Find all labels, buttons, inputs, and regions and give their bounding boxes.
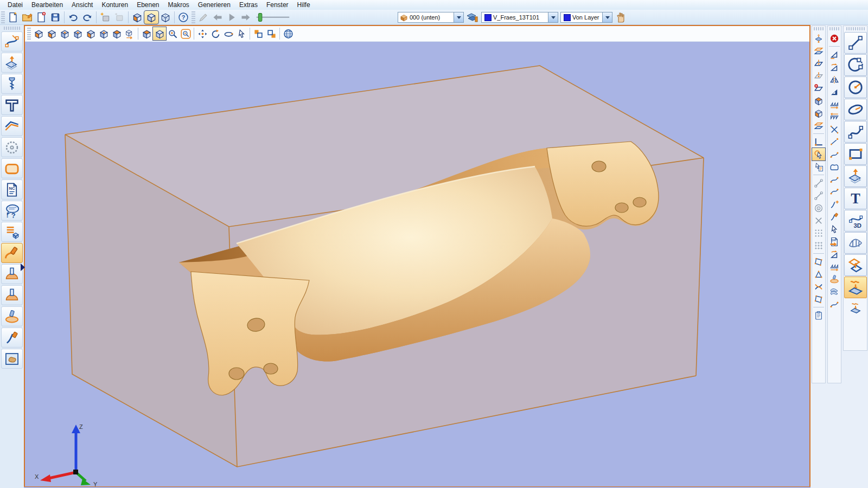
curve-nodes-button[interactable] bbox=[828, 173, 841, 185]
close-toolbox-button[interactable] bbox=[828, 32, 841, 44]
nc-program-button[interactable] bbox=[1, 179, 23, 200]
tool-ellipse-button[interactable] bbox=[828, 273, 841, 285]
view-right-button[interactable] bbox=[71, 27, 84, 40]
menu-ebenen[interactable]: Ebenen bbox=[132, 1, 163, 9]
copy-contour-button[interactable] bbox=[828, 86, 841, 98]
solid-face-button[interactable] bbox=[812, 94, 825, 107]
tool-manager-button[interactable] bbox=[1, 95, 23, 115]
fit-all-button[interactable] bbox=[282, 27, 295, 40]
view-left-button[interactable] bbox=[58, 27, 71, 40]
measure-point-button[interactable] bbox=[812, 189, 825, 202]
menu-bearbeiten[interactable]: Bearbeiten bbox=[27, 1, 67, 9]
zoom-window-button[interactable] bbox=[179, 27, 192, 40]
sheet-bend-button[interactable] bbox=[828, 285, 841, 298]
saw-blade-button[interactable] bbox=[1, 137, 23, 157]
run-simulation-button[interactable] bbox=[225, 11, 239, 24]
pick-element-button[interactable] bbox=[828, 223, 841, 235]
finishing-button[interactable] bbox=[1, 285, 23, 305]
z-level-button[interactable] bbox=[812, 32, 825, 44]
dxf-import-button[interactable] bbox=[828, 235, 841, 248]
extrude-plane-button[interactable] bbox=[844, 254, 867, 276]
menu-fenster[interactable]: Fenster bbox=[262, 1, 293, 9]
view-wireframe-button[interactable] bbox=[158, 11, 173, 24]
chevron-down-icon[interactable] bbox=[548, 12, 558, 22]
render-solid-button[interactable] bbox=[140, 27, 153, 40]
rotate-copy-button[interactable] bbox=[828, 248, 841, 260]
view-top-button[interactable] bbox=[84, 27, 97, 40]
raise-sheet-button[interactable] bbox=[844, 165, 867, 187]
extract-layer-button[interactable] bbox=[1, 53, 23, 73]
measure-circle-button[interactable] bbox=[812, 202, 825, 214]
plane-move-button[interactable] bbox=[812, 57, 825, 69]
chevron-down-icon[interactable] bbox=[602, 12, 612, 22]
point-on-line-button[interactable] bbox=[828, 136, 841, 148]
step-forward-button[interactable] bbox=[239, 11, 253, 24]
text-button[interactable] bbox=[844, 188, 867, 209]
view-bottom-button[interactable] bbox=[97, 27, 110, 40]
trim-curves-button[interactable] bbox=[812, 280, 825, 293]
plane-free-button[interactable] bbox=[812, 69, 825, 82]
end-curve-button[interactable] bbox=[828, 298, 841, 310]
point-on-curve-button[interactable] bbox=[828, 148, 841, 160]
save-button[interactable] bbox=[48, 11, 62, 24]
corner-snap-button[interactable] bbox=[812, 136, 825, 148]
engraving-3d-button[interactable] bbox=[1, 328, 23, 348]
select-button[interactable] bbox=[235, 27, 248, 40]
redo-button[interactable] bbox=[80, 11, 94, 24]
menu-datei[interactable]: Datei bbox=[3, 1, 27, 9]
plane-delete-button[interactable] bbox=[812, 82, 825, 94]
undo-button[interactable] bbox=[66, 11, 80, 24]
color-select[interactable]: Von Layer bbox=[560, 12, 612, 23]
arc-button[interactable] bbox=[844, 54, 867, 76]
view-back-button[interactable] bbox=[45, 27, 58, 40]
pocket-button[interactable] bbox=[1, 158, 23, 178]
curve-tool-button[interactable] bbox=[828, 210, 841, 223]
menu-hilfe[interactable]: Hilfe bbox=[293, 1, 315, 9]
line-button[interactable] bbox=[844, 32, 867, 54]
pocket-outline-button[interactable] bbox=[828, 160, 841, 173]
menu-generieren[interactable]: Generieren bbox=[194, 1, 235, 9]
ellipse-button[interactable] bbox=[844, 99, 867, 120]
point-grid-link-button[interactable] bbox=[812, 239, 825, 252]
add-curve-button[interactable] bbox=[828, 198, 841, 210]
bevel-cut-button[interactable] bbox=[1, 116, 23, 136]
new-window-button[interactable] bbox=[98, 11, 112, 24]
grid-window-button[interactable] bbox=[265, 27, 278, 40]
point-grid-button[interactable] bbox=[812, 227, 825, 239]
step-back-button[interactable] bbox=[210, 11, 225, 24]
scale-contour-button[interactable] bbox=[828, 48, 841, 61]
apply-attributes-icon[interactable] bbox=[615, 11, 628, 24]
delete-element-button[interactable] bbox=[828, 123, 841, 136]
roughing-button[interactable] bbox=[1, 264, 23, 284]
project-curve-button[interactable] bbox=[844, 277, 867, 298]
job-list-button[interactable] bbox=[1, 222, 23, 242]
select-info-button[interactable] bbox=[812, 160, 825, 173]
pan-button[interactable] bbox=[196, 27, 209, 40]
curve-nodes-2-button[interactable] bbox=[828, 185, 841, 198]
array-button[interactable] bbox=[828, 98, 841, 111]
tool-select[interactable]: V_Fraes_13T101 bbox=[481, 12, 558, 23]
measure-distance-button[interactable] bbox=[812, 177, 825, 189]
circle-button[interactable] bbox=[844, 76, 867, 98]
mirror-contour-button[interactable] bbox=[828, 73, 841, 86]
plane-top-button[interactable] bbox=[812, 44, 825, 57]
panel-expander-arrow[interactable] bbox=[21, 264, 25, 271]
render-shaded-button[interactable] bbox=[153, 27, 166, 40]
close-file-button[interactable] bbox=[34, 11, 48, 24]
assistant-button[interactable] bbox=[1, 201, 23, 221]
layer-select[interactable]: 000 (unten) bbox=[398, 12, 464, 23]
plane-pair-button[interactable] bbox=[812, 119, 825, 132]
speed-slider[interactable] bbox=[253, 11, 293, 24]
rotate-plane-button[interactable] bbox=[222, 27, 235, 40]
fan-array-button[interactable] bbox=[828, 260, 841, 273]
spline-button[interactable] bbox=[844, 121, 867, 143]
rectangle-button[interactable] bbox=[844, 143, 867, 165]
select-contour-button[interactable] bbox=[812, 148, 825, 160]
menu-ansicht[interactable]: Ansicht bbox=[67, 1, 97, 9]
layer-manager-icon[interactable] bbox=[466, 11, 479, 24]
surface-mesh-button[interactable] bbox=[844, 232, 867, 254]
rotate-3d-button[interactable] bbox=[209, 27, 222, 40]
rotate-view-button[interactable] bbox=[123, 27, 136, 40]
view-iso-button[interactable] bbox=[110, 27, 123, 40]
project-curve-small-button[interactable] bbox=[844, 299, 867, 317]
